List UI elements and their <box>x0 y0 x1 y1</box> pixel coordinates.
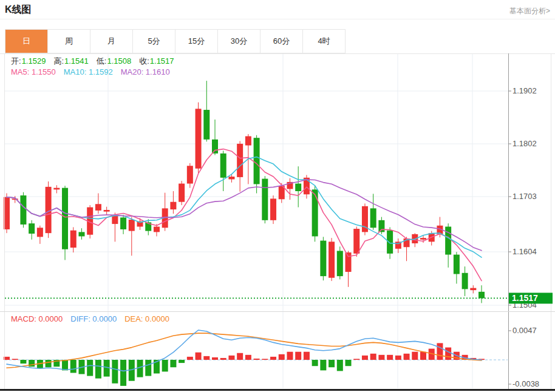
macd-hist-bar <box>29 360 35 367</box>
legend-item: MA20: 1.1610 <box>121 67 170 76</box>
candle-body <box>312 189 318 236</box>
tab-日[interactable]: 日 <box>5 30 48 53</box>
macd-hist-bar <box>320 360 326 370</box>
candle-body <box>95 204 101 211</box>
tab-4时[interactable]: 4时 <box>303 30 346 53</box>
candle-body <box>470 288 476 291</box>
legend-item: MA5: 1.1550 <box>11 67 56 76</box>
macd-hist-bar <box>12 359 18 360</box>
axis-label: 1.1902 <box>512 86 537 95</box>
candle-body <box>46 187 52 233</box>
macd-hist-bar <box>370 354 376 360</box>
ohlc-legend: 开:1.1529高:1.1541低:1.1508收:1.1517 <box>11 56 182 67</box>
candle-body <box>228 177 234 179</box>
tab-月[interactable]: 月 <box>90 30 133 53</box>
macd-hist-bar <box>187 357 193 360</box>
candle-body <box>29 223 35 234</box>
candle-body <box>270 198 276 220</box>
candle-body <box>329 242 335 277</box>
macd-hist-bar <box>312 360 318 366</box>
macd-hist-bar <box>262 359 268 360</box>
axis-label: 1.1703 <box>512 192 537 201</box>
candle-body <box>196 109 202 168</box>
tab-5分[interactable]: 5分 <box>133 30 175 53</box>
candle-body <box>129 220 135 231</box>
candle-body <box>20 195 26 225</box>
candle-body <box>78 232 84 236</box>
candle-body <box>104 210 110 212</box>
macd-hist-bar <box>112 360 118 384</box>
candle-body <box>112 216 118 224</box>
candle-body <box>170 202 176 209</box>
macd-hist-bar <box>378 355 384 360</box>
macd-hist-bar <box>196 353 202 360</box>
chart-bottom-bar <box>0 389 555 391</box>
macd-hist-bar <box>437 343 443 360</box>
macd-hist-bar <box>170 360 176 367</box>
legend-item: DEA: 0.0000 <box>124 314 169 323</box>
candle-body <box>237 144 243 177</box>
candle-body <box>462 273 468 289</box>
macd-hist-bar <box>295 352 301 360</box>
chart-canvas[interactable]: 1.19021.18021.17031.16041.15041.15170.00… <box>0 53 555 392</box>
candle-body <box>478 292 485 299</box>
macd-hist-bar <box>362 356 368 360</box>
period-tabbar: 日周月5分15分30分60分4时 <box>5 29 346 53</box>
candle-body <box>187 166 193 183</box>
macd-hist-bar <box>137 360 143 377</box>
macd-hist-bar <box>304 352 310 360</box>
macd-hist-bar <box>445 348 451 360</box>
kline-app: K线图 基本面分析> 日周月5分15分30分60分4时 开:1.1529高:1.… <box>0 0 555 392</box>
legend-value: 1.1529 <box>22 56 46 66</box>
candle-body <box>454 255 460 274</box>
candle-body <box>179 184 185 202</box>
tab-15分[interactable]: 15分 <box>175 30 218 53</box>
candle-body <box>262 179 268 220</box>
candle-body <box>320 241 326 277</box>
legend-value: 1.1508 <box>107 56 131 66</box>
macd-hist-bar <box>62 360 68 370</box>
tab-60分[interactable]: 60分 <box>260 30 303 53</box>
macd-hist-bar <box>279 354 285 360</box>
candle-body <box>53 188 60 190</box>
candle-body <box>445 227 451 255</box>
candle-body <box>346 252 352 272</box>
legend-item: MA10: 1.1592 <box>64 67 113 76</box>
candle-body <box>154 227 160 232</box>
macd-hist-bar <box>162 360 168 371</box>
page-title: K线图 <box>5 4 32 16</box>
macd-hist-bar <box>395 356 401 360</box>
macd-hist-bar <box>412 352 418 360</box>
legend-value: 1.1517 <box>150 56 174 66</box>
macd-legend: MACD: 0.0000DIFF: 0.0000DEA: 0.0000 <box>11 314 177 323</box>
chart-line <box>7 149 482 281</box>
macd-hist-bar <box>212 357 218 360</box>
candle-body <box>37 228 43 237</box>
candle-body <box>62 188 68 249</box>
candle-body <box>370 208 376 228</box>
candle-body <box>203 110 209 140</box>
ma-legend: MA5: 1.1550MA10: 1.1592MA20: 1.1610 <box>11 67 178 76</box>
legend-item: DIFF: 0.0000 <box>70 314 117 323</box>
macd-hist-bar <box>145 360 151 376</box>
tab-周[interactable]: 周 <box>48 30 90 53</box>
candle-body <box>70 231 77 248</box>
macd-hist-bar <box>179 360 185 363</box>
candle-body <box>212 140 218 154</box>
macd-hist-bar <box>95 360 101 379</box>
candle-body <box>245 137 251 146</box>
macd-hist-bar <box>220 358 226 360</box>
candle-body <box>387 231 393 254</box>
fundamental-analysis-link[interactable]: 基本面分析> <box>509 6 550 16</box>
legend-item: MACD: 0.0000 <box>11 314 63 323</box>
macd-hist-bar <box>120 360 126 386</box>
chart-line <box>7 157 482 258</box>
macd-hist-bar <box>337 360 343 371</box>
candle-body <box>353 229 359 254</box>
macd-hist-bar <box>70 360 77 373</box>
macd-hist-bar <box>346 360 352 366</box>
candle-body <box>378 220 384 232</box>
candle-body <box>254 138 260 184</box>
tab-30分[interactable]: 30分 <box>218 30 260 53</box>
macd-hist-bar <box>203 356 209 360</box>
